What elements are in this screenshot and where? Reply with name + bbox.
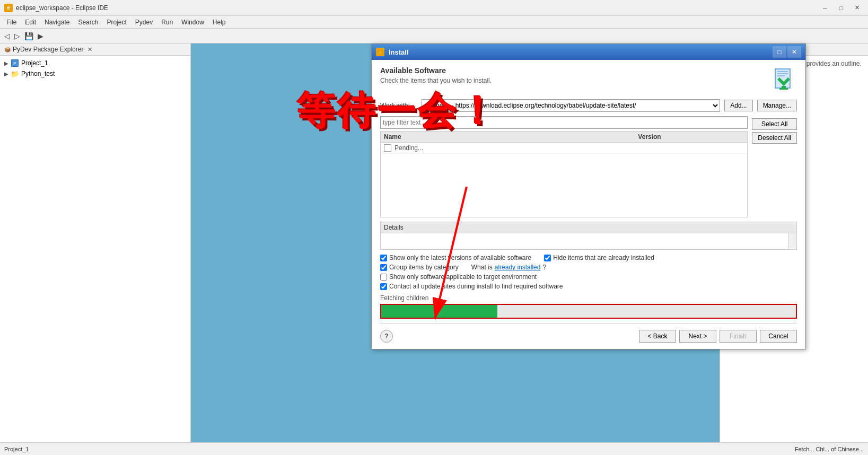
menu-search[interactable]: Search (74, 18, 102, 27)
close-button[interactable]: ✕ (850, 3, 864, 13)
tree-label-pythontest: Python_test (21, 70, 55, 77)
menu-help[interactable]: Help (208, 18, 230, 27)
package-explorer-tab[interactable]: 📦 PyDev Package Explorer ✕ (0, 43, 190, 56)
toolbar-forward[interactable]: ▷ (12, 31, 22, 41)
option-target-label: Show only software applicable to target … (389, 273, 537, 281)
toolbar-save[interactable]: 💾 (22, 31, 36, 41)
option-latest-checkbox[interactable] (380, 255, 387, 261)
status-text: Project_1 (4, 446, 791, 452)
dialog-titlebar: ↓ Install □ ✕ (372, 44, 805, 60)
tree-item-project1[interactable]: ▶ P Project_1 (2, 58, 188, 68)
next-button[interactable]: Next > (679, 330, 716, 343)
column-name: Name (384, 133, 638, 141)
details-section: Details (380, 222, 797, 250)
package-explorer-close[interactable]: ✕ (87, 46, 92, 53)
option-already-installed: What is already installed ? (471, 264, 546, 271)
select-all-button[interactable]: Select All (752, 118, 797, 130)
table-header: Name Version (381, 132, 747, 143)
options-row-4: Contact all update sites during install … (380, 283, 797, 290)
table-container: Name Version Pending... (380, 116, 748, 217)
svg-rect-2 (777, 73, 788, 74)
software-table: Name Version Pending... (380, 131, 748, 217)
filter-input[interactable] (380, 116, 748, 129)
table-row: Pending... (381, 143, 747, 154)
option-contact-checkbox[interactable] (380, 283, 387, 290)
options-section: Show only the latest versions of availab… (380, 254, 797, 290)
dialog-header-title: Available Software (380, 66, 770, 75)
cancel-button[interactable]: Cancel (760, 330, 797, 343)
menu-window[interactable]: Window (177, 18, 208, 27)
side-buttons: Select All Deselect All (752, 116, 797, 217)
folder-icon-pythontest: 📁 (11, 69, 19, 78)
center-area: ↓ Install □ ✕ Available Software Check t… (191, 43, 720, 442)
help-button[interactable]: ? (380, 330, 393, 343)
details-content (381, 233, 796, 249)
tree-arrow-pythontest: ▶ (4, 71, 11, 77)
details-scrollbar[interactable] (788, 233, 796, 249)
manage-button[interactable]: Manage... (757, 100, 797, 111)
already-installed-link[interactable]: already installed (495, 264, 541, 271)
minimize-button[interactable]: ─ (818, 3, 832, 13)
tree-item-pythontest[interactable]: ▶ 📁 Python_test (2, 68, 188, 79)
install-graphic-icon (771, 67, 796, 92)
menu-navigate[interactable]: Navigate (40, 18, 74, 27)
menu-bar: File Edit Navigate Search Project Pydev … (0, 16, 868, 29)
toolbar-run[interactable]: ▶ (36, 31, 46, 41)
dialog-header-subtitle: Check the items that you wish to install… (380, 77, 770, 84)
status-items: Project_1 Fetch... Chi... of Chinese... (4, 446, 864, 452)
left-panel: 📦 PyDev Package Explorer ✕ ▶ P Project_1… (0, 43, 191, 442)
window-controls: ─ □ ✕ (818, 3, 864, 13)
option-contact-sites: Contact all update sites during install … (380, 283, 563, 290)
dialog-header-text: Available Software Check the items that … (380, 66, 770, 84)
finish-button[interactable]: Finish (720, 330, 757, 343)
menu-project[interactable]: Project (102, 18, 130, 27)
toolbar-back[interactable]: ◁ (2, 31, 12, 41)
dialog-maximize[interactable]: □ (773, 46, 786, 58)
option-contact-label: Contact all update sites during install … (389, 283, 563, 290)
svg-rect-5 (782, 86, 786, 88)
progress-bar (381, 305, 497, 318)
work-with-dropdown[interactable]: Chinese - https://download.eclipse.org/t… (422, 99, 720, 112)
title-bar: e eclipse_workspace - Eclipse IDE ─ □ ✕ (0, 0, 868, 16)
filter-row (380, 116, 748, 129)
dialog-controls: □ ✕ (773, 46, 801, 58)
option-hide-installed: Hide items that are already installed (544, 254, 654, 261)
option-group-checkbox[interactable] (380, 264, 387, 271)
column-version: Version (638, 133, 744, 141)
package-explorer-label: PyDev Package Explorer (13, 46, 83, 53)
menu-file[interactable]: File (2, 18, 21, 27)
menu-run[interactable]: Run (157, 18, 177, 27)
deselect-all-button[interactable]: Deselect All (752, 132, 797, 144)
package-explorer-content: ▶ P Project_1 ▶ 📁 Python_test (0, 56, 190, 442)
options-row-1: Show only the latest versions of availab… (380, 254, 797, 261)
work-with-label: Work with: (380, 102, 417, 109)
row-checkbox[interactable] (384, 144, 391, 152)
option-latest-label: Show only the latest versions of availab… (389, 254, 531, 261)
option-latest-versions: Show only the latest versions of availab… (380, 254, 531, 261)
bottom-buttons: ? < Back Next > Finish Cancel (380, 328, 797, 343)
status-bar: Project_1 Fetch... Chi... of Chinese... (0, 442, 868, 455)
svg-rect-6 (779, 88, 788, 90)
option-hide-label: Hide items that are already installed (553, 254, 654, 261)
main-layout: 📦 PyDev Package Explorer ✕ ▶ P Project_1… (0, 43, 868, 442)
menu-pydev[interactable]: Pydev (131, 18, 157, 27)
dialog-close[interactable]: ✕ (787, 46, 801, 58)
project-icon: P (11, 59, 19, 67)
dialog-header: Available Software Check the items that … (380, 66, 797, 93)
menu-edit[interactable]: Edit (21, 18, 40, 27)
option-hide-checkbox[interactable] (544, 255, 551, 261)
maximize-button[interactable]: □ (834, 3, 848, 13)
option-whatis-label: What is (471, 264, 493, 271)
work-with-row: Work with: Chinese - https://download.ec… (380, 99, 797, 112)
add-button[interactable]: Add... (724, 100, 752, 111)
option-group-category: Group items by category (380, 264, 459, 271)
dialog-body: Available Software Check the items that … (372, 60, 805, 349)
table-body: Pending... (381, 143, 747, 217)
tree-label-project1: Project_1 (21, 59, 48, 67)
svg-rect-1 (777, 71, 788, 72)
dialog-separator (380, 323, 797, 323)
app-icon: e (4, 4, 13, 12)
back-button[interactable]: < Back (639, 330, 676, 343)
option-target-checkbox[interactable] (380, 274, 387, 281)
dialog-title: Install (389, 48, 773, 56)
